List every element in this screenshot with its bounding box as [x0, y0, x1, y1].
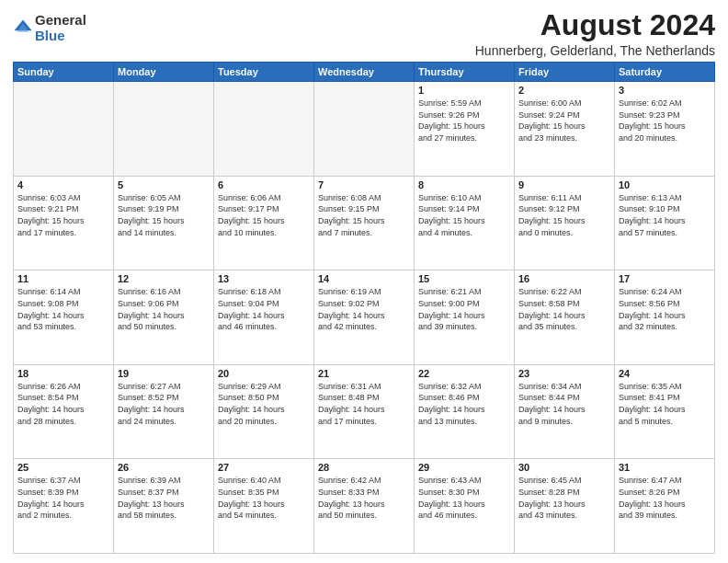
day-cell: 26Sunrise: 6:39 AM Sunset: 8:37 PM Dayli…	[114, 459, 214, 554]
day-info: Sunrise: 6:10 AM Sunset: 9:14 PM Dayligh…	[418, 192, 510, 238]
day-info: Sunrise: 6:34 AM Sunset: 8:44 PM Dayligh…	[518, 381, 610, 427]
day-number: 20	[218, 368, 310, 379]
logo: General Blue	[13, 13, 86, 43]
day-info: Sunrise: 6:18 AM Sunset: 9:04 PM Dayligh…	[218, 286, 310, 332]
day-info: Sunrise: 6:24 AM Sunset: 8:56 PM Dayligh…	[619, 286, 711, 332]
day-cell: 31Sunrise: 6:47 AM Sunset: 8:26 PM Dayli…	[615, 459, 715, 554]
col-header-wednesday: Wednesday	[314, 63, 415, 82]
day-info: Sunrise: 6:05 AM Sunset: 9:19 PM Dayligh…	[118, 192, 210, 238]
day-info: Sunrise: 5:59 AM Sunset: 9:26 PM Dayligh…	[418, 98, 510, 144]
day-number: 21	[318, 368, 410, 379]
day-number: 19	[118, 368, 210, 379]
day-cell: 13Sunrise: 6:18 AM Sunset: 9:04 PM Dayli…	[214, 270, 314, 365]
day-number: 2	[518, 85, 610, 96]
day-cell: 9Sunrise: 6:11 AM Sunset: 9:12 PM Daylig…	[515, 176, 615, 270]
day-info: Sunrise: 6:47 AM Sunset: 8:26 PM Dayligh…	[619, 475, 711, 521]
day-info: Sunrise: 6:03 AM Sunset: 9:21 PM Dayligh…	[17, 192, 109, 238]
location: Hunnerberg, Gelderland, The Netherlands	[475, 43, 715, 58]
week-row-5: 25Sunrise: 6:37 AM Sunset: 8:39 PM Dayli…	[14, 459, 715, 554]
day-number: 17	[619, 273, 711, 284]
day-info: Sunrise: 6:40 AM Sunset: 8:35 PM Dayligh…	[218, 475, 310, 521]
day-cell: 23Sunrise: 6:34 AM Sunset: 8:44 PM Dayli…	[515, 364, 615, 459]
day-cell: 25Sunrise: 6:37 AM Sunset: 8:39 PM Dayli…	[14, 459, 114, 554]
logo-general: General	[35, 13, 86, 29]
day-info: Sunrise: 6:31 AM Sunset: 8:48 PM Dayligh…	[318, 381, 410, 427]
day-info: Sunrise: 6:06 AM Sunset: 9:17 PM Dayligh…	[218, 192, 310, 238]
day-cell: 21Sunrise: 6:31 AM Sunset: 8:48 PM Dayli…	[314, 364, 415, 459]
logo-text: General Blue	[35, 13, 86, 43]
day-number: 7	[318, 179, 410, 190]
day-info: Sunrise: 6:21 AM Sunset: 9:00 PM Dayligh…	[418, 286, 510, 332]
day-info: Sunrise: 6:16 AM Sunset: 9:06 PM Dayligh…	[118, 286, 210, 332]
day-info: Sunrise: 6:29 AM Sunset: 8:50 PM Dayligh…	[218, 381, 310, 427]
day-info: Sunrise: 6:39 AM Sunset: 8:37 PM Dayligh…	[118, 475, 210, 521]
day-number: 25	[17, 462, 109, 473]
day-cell: 6Sunrise: 6:06 AM Sunset: 9:17 PM Daylig…	[214, 176, 314, 270]
week-row-2: 4Sunrise: 6:03 AM Sunset: 9:21 PM Daylig…	[14, 176, 715, 270]
day-cell: 15Sunrise: 6:21 AM Sunset: 9:00 PM Dayli…	[415, 270, 515, 365]
day-number: 24	[619, 368, 711, 379]
day-cell: 5Sunrise: 6:05 AM Sunset: 9:19 PM Daylig…	[114, 176, 214, 270]
day-number: 31	[619, 462, 711, 473]
col-header-thursday: Thursday	[415, 63, 515, 82]
day-number: 26	[118, 462, 210, 473]
day-info: Sunrise: 6:14 AM Sunset: 9:08 PM Dayligh…	[17, 286, 109, 332]
day-cell: 14Sunrise: 6:19 AM Sunset: 9:02 PM Dayli…	[314, 270, 415, 365]
day-cell	[214, 82, 314, 177]
col-header-monday: Monday	[114, 63, 214, 82]
day-cell: 7Sunrise: 6:08 AM Sunset: 9:15 PM Daylig…	[314, 176, 415, 270]
day-info: Sunrise: 6:00 AM Sunset: 9:24 PM Dayligh…	[518, 98, 610, 144]
day-number: 13	[218, 273, 310, 284]
day-info: Sunrise: 6:13 AM Sunset: 9:10 PM Dayligh…	[619, 192, 711, 238]
page: General Blue August 2024 Hunnerberg, Gel…	[0, 0, 728, 563]
day-cell: 17Sunrise: 6:24 AM Sunset: 8:56 PM Dayli…	[615, 270, 715, 365]
week-row-3: 11Sunrise: 6:14 AM Sunset: 9:08 PM Dayli…	[14, 270, 715, 365]
day-info: Sunrise: 6:42 AM Sunset: 8:33 PM Dayligh…	[318, 475, 410, 521]
day-cell: 1Sunrise: 5:59 AM Sunset: 9:26 PM Daylig…	[415, 82, 515, 177]
day-number: 27	[218, 462, 310, 473]
day-info: Sunrise: 6:08 AM Sunset: 9:15 PM Dayligh…	[318, 192, 410, 238]
logo-icon	[13, 18, 33, 39]
day-info: Sunrise: 6:45 AM Sunset: 8:28 PM Dayligh…	[518, 475, 610, 521]
col-header-saturday: Saturday	[615, 63, 715, 82]
day-cell: 29Sunrise: 6:43 AM Sunset: 8:30 PM Dayli…	[415, 459, 515, 554]
day-cell: 22Sunrise: 6:32 AM Sunset: 8:46 PM Dayli…	[415, 364, 515, 459]
header: General Blue August 2024 Hunnerberg, Gel…	[13, 9, 715, 58]
day-info: Sunrise: 6:35 AM Sunset: 8:41 PM Dayligh…	[619, 381, 711, 427]
day-number: 9	[518, 179, 610, 190]
day-number: 14	[318, 273, 410, 284]
day-cell	[314, 82, 415, 177]
day-number: 30	[518, 462, 610, 473]
day-cell: 12Sunrise: 6:16 AM Sunset: 9:06 PM Dayli…	[114, 270, 214, 365]
day-number: 29	[418, 462, 510, 473]
day-number: 3	[619, 85, 711, 96]
day-cell	[14, 82, 114, 177]
week-row-4: 18Sunrise: 6:26 AM Sunset: 8:54 PM Dayli…	[14, 364, 715, 459]
day-cell: 11Sunrise: 6:14 AM Sunset: 9:08 PM Dayli…	[14, 270, 114, 365]
day-number: 18	[17, 368, 109, 379]
day-cell: 28Sunrise: 6:42 AM Sunset: 8:33 PM Dayli…	[314, 459, 415, 554]
col-header-sunday: Sunday	[14, 63, 114, 82]
day-cell: 19Sunrise: 6:27 AM Sunset: 8:52 PM Dayli…	[114, 364, 214, 459]
logo-blue: Blue	[35, 29, 86, 44]
day-info: Sunrise: 6:27 AM Sunset: 8:52 PM Dayligh…	[118, 381, 210, 427]
col-header-tuesday: Tuesday	[214, 63, 314, 82]
day-cell: 16Sunrise: 6:22 AM Sunset: 8:58 PM Dayli…	[515, 270, 615, 365]
title-block: August 2024 Hunnerberg, Gelderland, The …	[475, 9, 715, 58]
day-info: Sunrise: 6:22 AM Sunset: 8:58 PM Dayligh…	[518, 286, 610, 332]
day-number: 10	[619, 179, 711, 190]
day-cell: 2Sunrise: 6:00 AM Sunset: 9:24 PM Daylig…	[515, 82, 615, 177]
day-cell: 20Sunrise: 6:29 AM Sunset: 8:50 PM Dayli…	[214, 364, 314, 459]
day-number: 8	[418, 179, 510, 190]
header-row: SundayMondayTuesdayWednesdayThursdayFrid…	[14, 63, 715, 82]
day-number: 5	[118, 179, 210, 190]
day-number: 16	[518, 273, 610, 284]
week-row-1: 1Sunrise: 5:59 AM Sunset: 9:26 PM Daylig…	[14, 82, 715, 177]
day-number: 4	[17, 179, 109, 190]
day-number: 1	[418, 85, 510, 96]
day-info: Sunrise: 6:11 AM Sunset: 9:12 PM Dayligh…	[518, 192, 610, 238]
day-info: Sunrise: 6:37 AM Sunset: 8:39 PM Dayligh…	[17, 475, 109, 521]
day-info: Sunrise: 6:26 AM Sunset: 8:54 PM Dayligh…	[17, 381, 109, 427]
day-number: 11	[17, 273, 109, 284]
day-info: Sunrise: 6:02 AM Sunset: 9:23 PM Dayligh…	[619, 98, 711, 144]
